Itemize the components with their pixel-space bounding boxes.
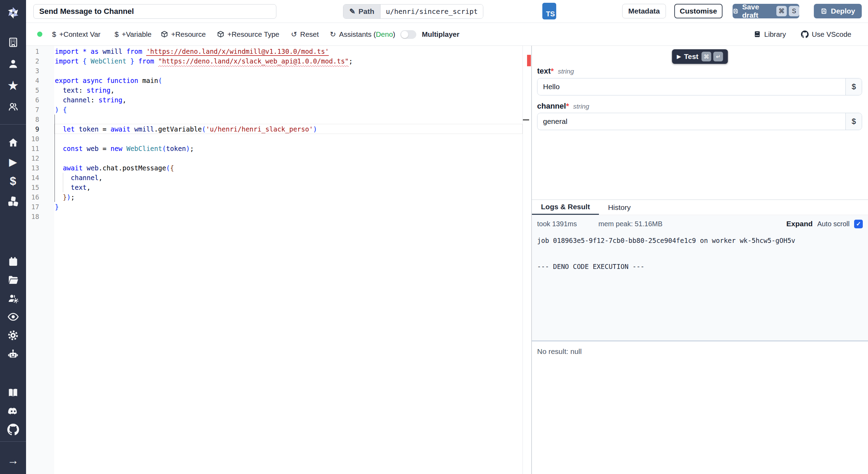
script-path-value: u/henri/sincere_script: [381, 5, 483, 18]
status-dot: [37, 32, 42, 37]
schedules-calendar-icon[interactable]: [0, 255, 26, 268]
logs-pane: took 1391ms mem peak: 51.16MB Expand Aut…: [532, 215, 868, 341]
customise-button[interactable]: Customise: [674, 4, 723, 18]
add-variable-button[interactable]: $ +Variable: [115, 23, 151, 45]
mem-peak: mem peak: 51.16MB: [599, 220, 663, 228]
run-duration: took 1391ms: [537, 220, 577, 228]
variables-dollar-icon[interactable]: $: [0, 175, 26, 187]
logs-tabs: Logs & Result History: [532, 200, 868, 215]
use-vscode-button[interactable]: Use VScode: [801, 23, 851, 45]
dollar-icon: $: [115, 30, 119, 39]
code-line[interactable]: text,: [55, 183, 91, 192]
code-line[interactable]: let token = await wmill.getVariable('u/h…: [55, 124, 317, 134]
user-icon[interactable]: [0, 58, 26, 70]
line-number: 5: [26, 85, 39, 95]
cursor-position-marker: [523, 119, 529, 120]
line-number: 15: [26, 183, 39, 192]
sidebar: ★ ▶ $: [0, 0, 26, 474]
line-number: 16: [26, 192, 39, 202]
assistants-lang: Deno: [376, 30, 393, 38]
github-icon[interactable]: [0, 423, 26, 436]
library-button[interactable]: Library: [754, 23, 786, 45]
line-number: 12: [26, 153, 39, 163]
s-key-badge: S: [789, 6, 799, 16]
docs-book-icon[interactable]: [0, 386, 26, 399]
preview-panel: ▶ Test ⌘ ↵ text*string $ channel*string …: [531, 46, 868, 474]
path-button[interactable]: ✎ Path u/henri/sincere_script: [343, 4, 483, 19]
sync-icon: ↻: [330, 30, 336, 39]
path-label: ✎ Path: [343, 5, 381, 18]
insert-variable-button[interactable]: $: [845, 113, 862, 130]
enter-key-badge: ↵: [713, 52, 723, 61]
home-icon[interactable]: [0, 136, 26, 149]
test-run-button[interactable]: ▶ Test ⌘ ↵: [672, 49, 728, 64]
code-line[interactable]: text: string,: [55, 85, 115, 95]
settings-gear-icon[interactable]: [0, 329, 26, 341]
line-number: 7: [26, 105, 39, 115]
code-line[interactable]: });: [55, 192, 75, 202]
multiplayer-label: Multiplayer: [422, 23, 459, 45]
add-resource-type-button[interactable]: +Resource Type: [217, 23, 279, 45]
run-stats-row: took 1391ms mem peak: 51.16MB Expand Aut…: [532, 215, 868, 232]
tab-history[interactable]: History: [599, 200, 640, 215]
assistants-button[interactable]: ↻ Assistants (Deno): [330, 23, 395, 45]
line-number: 9: [26, 124, 39, 134]
favorites-star-icon[interactable]: ★: [0, 79, 26, 92]
toggle-knob: [401, 31, 408, 38]
line-number: 1: [26, 46, 39, 56]
check-icon: ✓: [856, 220, 861, 228]
metadata-button[interactable]: Metadata: [622, 4, 666, 18]
code-line[interactable]: ) {: [55, 105, 67, 115]
field-type: string: [558, 68, 574, 75]
save-icon: [733, 8, 738, 15]
line-number: 10: [26, 134, 39, 144]
save-draft-button[interactable]: Save draft ⌘ S: [733, 4, 799, 18]
autoscroll-label: Auto scroll: [817, 220, 850, 228]
collapse-arrow-right-icon[interactable]: →: [0, 454, 26, 467]
autoscroll-checkbox[interactable]: ✓: [854, 220, 863, 228]
field-label-text: text*string: [537, 67, 574, 76]
resources-cubes-icon[interactable]: [0, 195, 26, 208]
audit-eye-icon[interactable]: [0, 311, 26, 323]
ai-robot-icon[interactable]: [0, 348, 26, 360]
code-line[interactable]: await web.chat.postMessage({: [55, 163, 174, 173]
field-label-channel: channel*string: [537, 102, 589, 111]
code-line[interactable]: const web = new WebClient(token);: [55, 144, 194, 153]
error-marker: [527, 55, 531, 66]
package-icon: [217, 31, 224, 38]
line-number: 17: [26, 202, 39, 212]
expand-button[interactable]: Expand: [786, 220, 813, 228]
tab-logs-result[interactable]: Logs & Result: [532, 200, 599, 215]
code-line[interactable]: channel: string,: [55, 95, 126, 105]
insert-variable-button[interactable]: $: [845, 78, 862, 95]
folders-icon[interactable]: [0, 273, 26, 286]
overview-ruler: [523, 46, 531, 474]
required-asterisk: *: [566, 102, 569, 110]
code-line[interactable]: import { WebClient } from "https://deno.…: [55, 56, 353, 66]
add-context-var-button[interactable]: $ +Context Var: [52, 23, 100, 45]
groups-users-icon[interactable]: [0, 101, 26, 113]
windmill-logo-icon[interactable]: [0, 4, 26, 21]
channel-field-input[interactable]: [537, 113, 845, 130]
workspace-building-icon[interactable]: [0, 36, 26, 49]
reset-button[interactable]: ↺ Reset: [291, 23, 319, 45]
add-resource-button[interactable]: +Resource: [161, 23, 206, 45]
code-line[interactable]: export async function main(: [55, 76, 162, 85]
discord-icon[interactable]: [0, 405, 26, 417]
multiplayer-toggle[interactable]: [400, 30, 416, 39]
code-line[interactable]: }: [55, 202, 59, 212]
code-line[interactable]: channel,: [55, 173, 102, 183]
line-number: 3: [26, 66, 39, 76]
workers-users-gear-icon[interactable]: [0, 292, 26, 305]
package-icon: [161, 31, 168, 38]
save-icon: [820, 8, 827, 15]
deploy-button[interactable]: Deploy: [814, 4, 862, 18]
runs-play-icon[interactable]: ▶: [0, 156, 26, 168]
code-editor[interactable]: 1import * as wmill from 'https://deno.la…: [26, 46, 531, 474]
text-field-wrapper: $: [537, 78, 862, 95]
text-field-input[interactable]: [537, 78, 845, 95]
script-title-input[interactable]: [33, 4, 276, 19]
channel-field-wrapper: $: [537, 113, 862, 130]
field-type: string: [573, 103, 589, 110]
code-line[interactable]: import * as wmill from 'https://deno.lan…: [55, 46, 329, 56]
